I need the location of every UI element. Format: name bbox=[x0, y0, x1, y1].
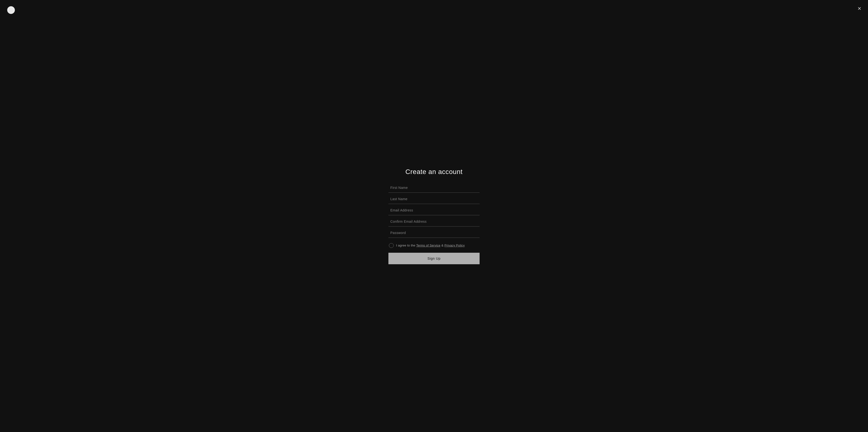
form-container: Create an account I agree to the Terms o… bbox=[389, 168, 479, 264]
password-input[interactable] bbox=[389, 227, 479, 238]
page-title: Create an account bbox=[405, 168, 463, 176]
first-name-input[interactable] bbox=[389, 182, 479, 193]
terms-of-service-link[interactable]: Terms of Service bbox=[416, 244, 440, 247]
logo[interactable] bbox=[7, 6, 16, 14]
first-name-field-group bbox=[389, 182, 479, 193]
confirm-email-input[interactable] bbox=[389, 216, 479, 226]
email-field-group bbox=[389, 205, 479, 215]
signup-form: I agree to the Terms of Service & Privac… bbox=[389, 182, 479, 264]
signup-button[interactable]: Sign Up bbox=[389, 253, 479, 264]
last-name-input[interactable] bbox=[389, 194, 479, 204]
password-field-group bbox=[389, 227, 479, 238]
terms-checkbox[interactable] bbox=[389, 243, 394, 248]
confirm-email-field-group bbox=[389, 216, 479, 226]
privacy-policy-link[interactable]: Privacy Policy bbox=[444, 244, 465, 247]
email-input[interactable] bbox=[389, 205, 479, 215]
terms-text: I agree to the Terms of Service & Privac… bbox=[396, 244, 465, 247]
last-name-field-group bbox=[389, 194, 479, 204]
close-button[interactable]: × bbox=[858, 5, 861, 11]
terms-row: I agree to the Terms of Service & Privac… bbox=[389, 243, 479, 248]
